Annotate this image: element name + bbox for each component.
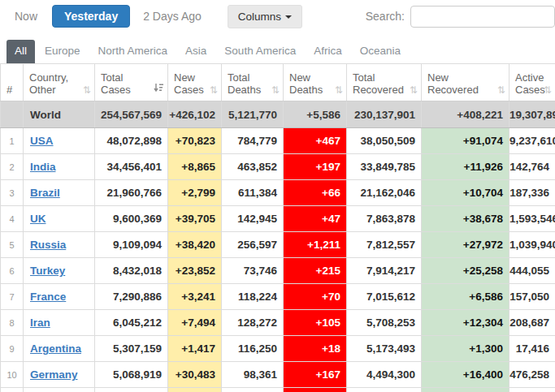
col-header-active-cases[interactable]: ActiveCases⇅ <box>509 64 555 101</box>
table-row-usa: 1USA48,072,898+70,823784,779+46738,050,5… <box>1 128 555 154</box>
cell-active-cases: 17,416 <box>509 336 555 362</box>
cell-new-cases: +38,420 <box>168 232 222 258</box>
col-header-total-cases[interactable]: TotalCases <box>95 64 168 101</box>
partial-row <box>1 388 555 392</box>
cell-total-recovered: 5,173,493 <box>347 336 422 362</box>
cell-new-recovered: +25,258 <box>422 258 509 284</box>
cell-new-deaths: +197 <box>284 154 347 180</box>
tab-north-america[interactable]: North America <box>90 40 176 63</box>
cell-new-deaths: +167 <box>284 362 347 388</box>
world-cell-new-recovered: +408,221 <box>422 101 509 128</box>
cell-new-deaths: +467 <box>284 128 347 154</box>
cell-total-cases: 5,068,919 <box>95 362 168 388</box>
cell-rank: 2 <box>1 154 24 180</box>
country-link[interactable]: Brazil <box>30 187 60 199</box>
cell-new-deaths: +1,211 <box>284 232 347 258</box>
tab-africa[interactable]: Africa <box>306 40 350 63</box>
country-link[interactable]: Iran <box>30 317 50 329</box>
country-link[interactable]: Russia <box>30 239 66 251</box>
partial-cell <box>284 388 347 392</box>
world-cell-rank <box>1 101 24 128</box>
country-link[interactable]: Germany <box>30 368 78 381</box>
cell-active-cases: 1,039,940 <box>509 232 555 258</box>
cell-new-recovered: +38,678 <box>422 206 509 232</box>
cell-rank: 5 <box>1 232 24 258</box>
cell-country: Iran <box>24 310 95 336</box>
country-link[interactable]: India <box>30 161 56 173</box>
tab-europe[interactable]: Europe <box>37 40 89 63</box>
sort-toggle-icon: ⇅ <box>497 84 505 96</box>
cell-new-deaths: +18 <box>284 336 347 362</box>
cell-active-cases: 9,237,610 <box>509 128 555 154</box>
tab-oceania[interactable]: Oceania <box>352 40 409 63</box>
table-row-iran: 8Iran6,045,212+7,494128,272+1055,708,253… <box>1 310 555 336</box>
cell-country: France <box>24 284 95 310</box>
cell-active-cases: 476,258 <box>509 362 555 388</box>
cell-rank: 3 <box>1 180 24 206</box>
cell-total-recovered: 7,914,217 <box>347 258 422 284</box>
col-header-total-recovered[interactable]: TotalRecovered⇅ <box>347 64 422 101</box>
cell-new-cases: +30,483 <box>168 362 222 388</box>
cell-new-cases: +8,865 <box>168 154 222 180</box>
cell-total-cases: 8,432,018 <box>95 258 168 284</box>
tab-south-america[interactable]: South America <box>216 40 304 63</box>
cell-total-recovered: 7,863,878 <box>347 206 422 232</box>
country-link[interactable]: UK <box>30 213 46 225</box>
table-row-uk: 4UK9,600,369+39,705142,945+477,863,878+3… <box>1 206 555 232</box>
sort-toggle-icon: ⇅ <box>271 84 280 96</box>
sort-desc-icon <box>154 83 164 95</box>
world-row: World254,567,569+426,1025,121,770+5,5862… <box>1 101 555 128</box>
cell-new-recovered: +27,972 <box>422 232 509 258</box>
columns-dropdown-button[interactable]: Columns <box>228 5 302 28</box>
table-row-russia: 5Russia9,109,094+38,420256,597+1,2117,81… <box>1 232 555 258</box>
table-row-turkey: 6Turkey8,432,018+23,85273,746+2157,914,2… <box>1 258 555 284</box>
partial-cell <box>422 388 509 392</box>
col-header-country[interactable]: Country,Other⇅ <box>24 64 95 101</box>
tab-all[interactable]: All <box>7 40 35 63</box>
country-link[interactable]: France <box>30 291 66 303</box>
partial-cell <box>1 388 24 392</box>
col-header-new-cases[interactable]: NewCases⇅ <box>168 64 222 101</box>
cell-country: UK <box>24 206 95 232</box>
cell-country: India <box>24 154 95 180</box>
cell-new-recovered: +16,400 <box>422 362 509 388</box>
world-cell-label: World <box>24 101 95 128</box>
cell-new-recovered: +11,926 <box>422 154 509 180</box>
cell-rank: 6 <box>1 258 24 284</box>
table-row-india: 2India34,456,401+8,865463,852+19733,849,… <box>1 154 555 180</box>
cell-total-deaths: 98,361 <box>222 362 284 388</box>
cell-new-cases: +39,705 <box>168 206 222 232</box>
toolbar: Now Yesterday 2 Days Ago Columns Search: <box>0 0 555 32</box>
cell-total-cases: 5,307,159 <box>95 336 168 362</box>
yesterday-button[interactable]: Yesterday <box>52 5 130 28</box>
cell-new-recovered: +10,704 <box>422 180 509 206</box>
cell-new-deaths: +105 <box>284 310 347 336</box>
cell-total-deaths: 116,250 <box>222 336 284 362</box>
cell-total-deaths: 118,224 <box>222 284 284 310</box>
country-link[interactable]: Argentina <box>30 342 81 355</box>
cell-new-cases: +3,241 <box>168 284 222 310</box>
cell-total-cases: 9,109,094 <box>95 232 168 258</box>
country-link[interactable]: USA <box>30 135 54 147</box>
now-button[interactable]: Now <box>15 10 37 23</box>
sort-toggle-icon: ⇅ <box>544 84 552 96</box>
cell-country: Brazil <box>24 180 95 206</box>
table-row-brazil: 3Brazil21,960,766+2,799611,384+6621,162,… <box>1 180 555 206</box>
sort-toggle-icon: ⇅ <box>83 84 91 96</box>
col-header-total-deaths[interactable]: TotalDeaths⇅ <box>222 64 284 101</box>
col-header-new-deaths[interactable]: NewDeaths⇅ <box>284 64 347 101</box>
cell-rank: 10 <box>1 362 24 388</box>
cell-new-cases: +2,799 <box>168 180 222 206</box>
col-header-new-recovered[interactable]: NewRecovered⇅ <box>422 64 509 101</box>
search-input[interactable] <box>410 6 555 28</box>
tab-asia[interactable]: Asia <box>177 40 215 63</box>
partial-cell <box>222 388 284 392</box>
two-days-ago-button[interactable]: 2 Days Ago <box>143 10 202 23</box>
cell-rank: 8 <box>1 310 24 336</box>
cell-active-cases: 142,764 <box>509 154 555 180</box>
col-header-rank: # <box>1 64 24 101</box>
cell-total-deaths: 784,779 <box>222 128 284 154</box>
country-link[interactable]: Turkey <box>30 265 65 277</box>
world-cell-active-cases: 19,307,898 <box>509 101 555 128</box>
cell-total-deaths: 142,945 <box>222 206 284 232</box>
